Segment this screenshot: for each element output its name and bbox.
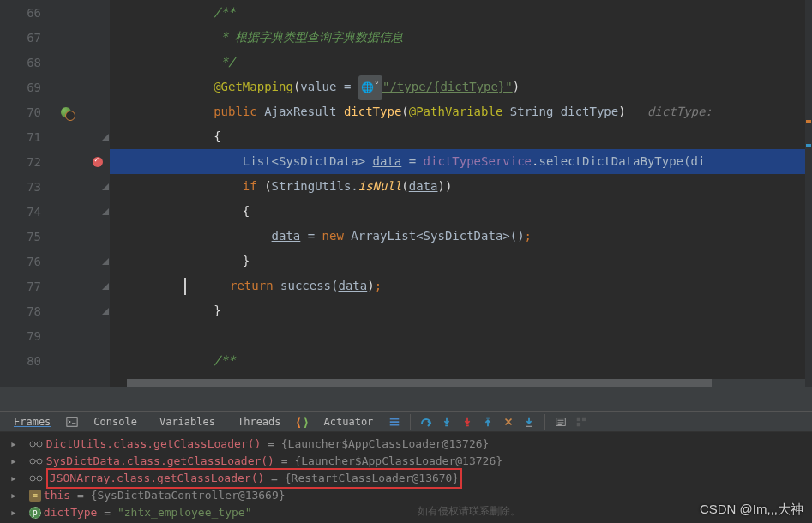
gutter-line-71[interactable]: 71	[0, 124, 110, 149]
code-token: isNull	[358, 179, 402, 193]
expand-icon[interactable]: ▸	[10, 436, 22, 453]
gutter-line-74[interactable]: 74	[0, 199, 110, 224]
code-line-66[interactable]: /**	[110, 0, 812, 25]
variable-row[interactable]: ▸ pdictType = "zhtx_employee_type"	[0, 504, 812, 521]
fold-icon[interactable]	[102, 308, 109, 315]
console-icon[interactable]	[64, 414, 80, 430]
expand-icon[interactable]: ▸	[10, 453, 22, 470]
expand-icon[interactable]: ▸	[10, 470, 22, 487]
code-line-80[interactable]: /**	[110, 348, 812, 373]
variable-value: {SysDictDataController@13669}	[91, 489, 286, 502]
variable-row[interactable]: ▸ DictUtils.class.getClassLoader() = {La…	[0, 436, 812, 453]
code-line-74[interactable]: {	[110, 199, 812, 224]
svg-point-10	[30, 459, 35, 464]
variable-value: {RestartClassLoader@13670}	[285, 472, 460, 484]
code-line-73[interactable]: if (StringUtils.isNull(data))	[110, 174, 812, 199]
gutter-line-75[interactable]: 75	[0, 224, 110, 249]
code-line-79[interactable]	[110, 323, 812, 348]
tab-console[interactable]: Console	[85, 413, 146, 430]
variable-row[interactable]: ▸ JSONArray.class.getClassLoader() = {Re…	[0, 470, 812, 487]
svg-point-12	[30, 476, 35, 481]
svg-point-9	[37, 442, 42, 447]
scrollbar-thumb[interactable]	[127, 379, 712, 387]
step-into-icon[interactable]	[439, 414, 454, 430]
code-line-70[interactable]: public AjaxResult dictType(@PathVariable…	[110, 99, 812, 124]
code-line-67[interactable]: * 根据字典类型查询字典数据信息	[110, 25, 812, 50]
tab-threads[interactable]: Threads	[229, 413, 290, 430]
code-token: data	[373, 154, 402, 168]
code-token: * 根据字典类型查询字典数据信息	[214, 30, 403, 44]
drop-frame-icon[interactable]	[501, 414, 516, 430]
variables-panel: ▸ DictUtils.class.getClassLoader() = {La…	[0, 431, 812, 523]
expand-icon[interactable]: ▸	[10, 487, 22, 504]
code-line-78[interactable]: }	[110, 298, 812, 323]
gutter-line-79[interactable]: 79	[0, 323, 110, 348]
gutter-line-70[interactable]: 70	[0, 99, 110, 124]
code-line-72[interactable]: List<SysDictData> data = dictTypeService…	[110, 149, 812, 174]
code-token: */	[214, 55, 235, 69]
svg-point-8	[30, 442, 35, 447]
variable-row[interactable]: ▸ ≡this = {SysDictDataController@13669}	[0, 487, 812, 504]
stack-icon[interactable]	[387, 414, 402, 430]
code-token: ))	[437, 179, 452, 193]
code-line-68[interactable]: */	[110, 50, 812, 75]
gutter-line-80[interactable]: 80	[0, 348, 110, 373]
code-token: return	[230, 279, 280, 292]
code-editor[interactable]: 666768697071727374757677787980 /** * 根据字…	[0, 0, 812, 387]
tab-actuator[interactable]: Actuator	[316, 413, 382, 430]
gutter-line-76[interactable]: 76	[0, 249, 110, 274]
gutter-line-67[interactable]: 67	[0, 25, 110, 50]
gutter-line-77[interactable]: 77	[0, 274, 110, 298]
code-token: data	[272, 229, 301, 243]
fold-icon[interactable]	[102, 183, 109, 190]
step-over-icon[interactable]	[418, 414, 434, 430]
code-line-69[interactable]: @GetMapping(value = 🌐ˇ"/type/{dictType}"…	[110, 75, 812, 99]
globe-icon[interactable]: 🌐ˇ	[358, 75, 382, 100]
run-to-cursor-icon[interactable]	[521, 414, 537, 430]
debugger-toolbar: Frames Console Variables Threads ⟨⟩ Actu…	[0, 411, 812, 431]
horizontal-scrollbar[interactable]	[127, 379, 807, 387]
fold-icon[interactable]	[102, 134, 109, 141]
variable-value: {Launcher$AppClassLoader@13726}	[281, 437, 490, 450]
expand-icon[interactable]: ▸	[10, 504, 22, 521]
tab-frames[interactable]: Frames	[5, 413, 59, 430]
variable-name: SysDictData.class.getClassLoader()	[46, 454, 274, 467]
code-line-77[interactable]: return success(data);	[110, 274, 812, 298]
param-icon: p	[29, 507, 41, 519]
svg-point-13	[37, 476, 42, 481]
variable-row[interactable]: ▸ SysDictData.class.getClassLoader() = {…	[0, 453, 812, 470]
gutter-line-78[interactable]: 78	[0, 298, 110, 323]
variable-value: "zhtx_employee_type"	[117, 506, 252, 519]
code-content[interactable]: /** * 根据字典类型查询字典数据信息 */ @GetMapping(valu…	[110, 0, 812, 387]
code-token: data	[409, 179, 438, 193]
step-out-icon[interactable]	[480, 414, 496, 430]
tab-variables[interactable]: Variables	[151, 413, 224, 430]
gutter-line-73[interactable]: 73	[0, 174, 110, 199]
fold-icon[interactable]	[102, 258, 109, 265]
force-step-into-icon[interactable]	[460, 414, 475, 430]
code-line-75[interactable]: data = new ArrayList<SysDictData>();	[110, 224, 812, 249]
gutter-line-66[interactable]: 66	[0, 0, 110, 25]
code-token: )	[513, 80, 520, 93]
code-token: List<SysDictData>	[243, 154, 373, 168]
fold-icon[interactable]	[102, 208, 109, 215]
actuator-icon[interactable]: ⟨⟩	[295, 414, 310, 430]
variable-value: {Launcher$AppClassLoader@13726}	[294, 454, 502, 467]
vertical-scrollbar[interactable]	[805, 0, 812, 387]
svg-rect-1	[446, 424, 449, 426]
gutter-line-69[interactable]: 69	[0, 75, 110, 99]
gutter-line-72[interactable]: 72	[0, 149, 110, 174]
code-line-76[interactable]: }	[110, 249, 812, 274]
gutter-line-68[interactable]: 68	[0, 50, 110, 75]
svg-rect-2	[466, 424, 470, 426]
fold-icon[interactable]	[102, 283, 109, 290]
trace-icon[interactable]	[574, 414, 589, 430]
code-token: )	[618, 105, 647, 118]
variable-name: this	[44, 489, 70, 502]
evaluate-expression-icon[interactable]	[553, 414, 568, 430]
watermark: CSDN @Im,,,大神	[700, 502, 803, 518]
breakpoint-icon[interactable]	[93, 157, 103, 167]
code-token: String dictType	[502, 105, 618, 118]
code-line-71[interactable]: {	[110, 124, 812, 149]
code-token: public	[214, 105, 264, 118]
